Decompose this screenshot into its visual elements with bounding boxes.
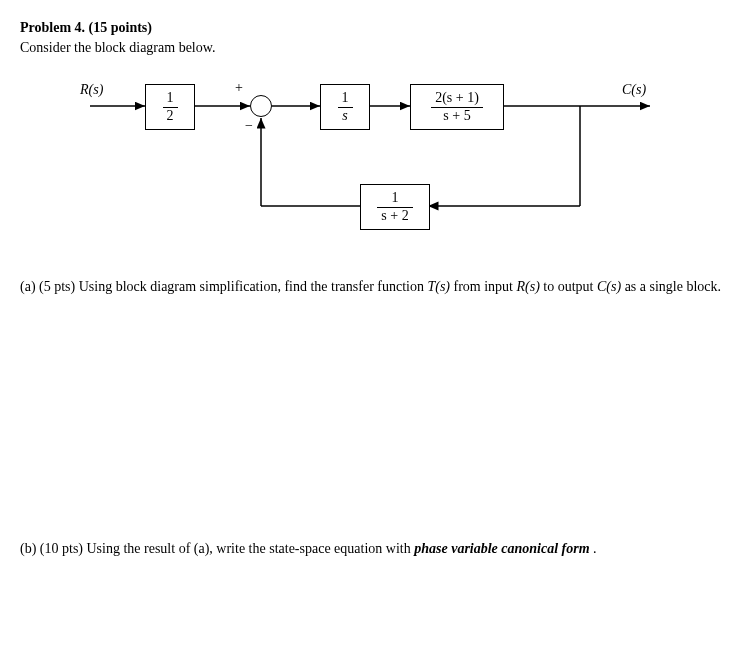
block3-num: 2(s + 1)	[431, 90, 483, 107]
summing-junction	[250, 95, 272, 117]
part-a-cs: C(s)	[597, 279, 621, 294]
problem-subtitle: Consider the block diagram below.	[20, 40, 725, 56]
part-b-emph: phase variable canonical form	[414, 541, 589, 556]
block-feedback: 1 s + 2	[360, 184, 430, 230]
input-label: R(s)	[80, 82, 103, 98]
block1-num: 1	[163, 90, 178, 107]
part-a-text2: from input	[454, 279, 517, 294]
block-gain-half: 1 2	[145, 84, 195, 130]
block2-den: s	[338, 108, 351, 125]
blockfb-num: 1	[388, 190, 403, 207]
part-a: (a) (5 pts) Using block diagram simplifi…	[20, 276, 725, 298]
block-diagram: R(s) C(s) 1 2 + − 1 s 2(s + 1) s + 5 1	[80, 76, 680, 256]
output-label: C(s)	[622, 82, 646, 98]
sum-minus: −	[245, 118, 253, 134]
problem-title: Problem 4. (15 points)	[20, 20, 725, 36]
block-leadlag: 2(s + 1) s + 5	[410, 84, 504, 130]
block-integrator: 1 s	[320, 84, 370, 130]
part-a-tf: T(s)	[427, 279, 450, 294]
part-a-text3: to output	[543, 279, 597, 294]
block2-num: 1	[338, 90, 353, 107]
blockfb-den: s + 2	[377, 208, 412, 225]
sum-plus: +	[235, 80, 243, 96]
part-b: (b) (10 pts) Using the result of (a), wr…	[20, 538, 725, 560]
part-a-text4: as a single block.	[625, 279, 721, 294]
block1-den: 2	[163, 108, 178, 125]
part-b-text2: .	[593, 541, 597, 556]
part-b-text1: (b) (10 pts) Using the result of (a), wr…	[20, 541, 414, 556]
part-a-text1: (a) (5 pts) Using block diagram simplifi…	[20, 279, 427, 294]
part-a-rs: R(s)	[517, 279, 540, 294]
block3-den: s + 5	[439, 108, 474, 125]
